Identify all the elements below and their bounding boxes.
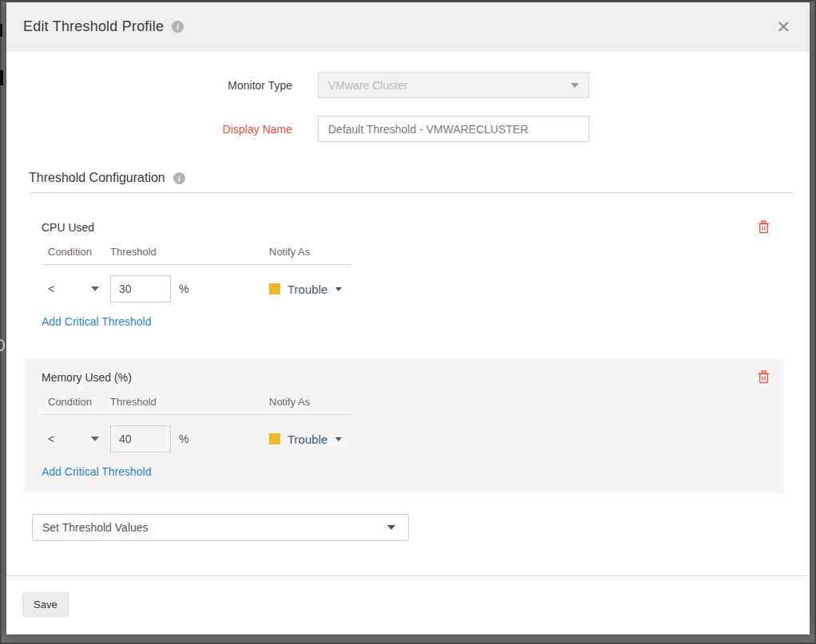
chevron-down-icon xyxy=(335,437,342,441)
threshold-value-input[interactable] xyxy=(110,275,171,302)
threshold-column-headers: Condition Threshold Notify As xyxy=(42,396,351,415)
threshold-value-cell: % xyxy=(110,425,269,452)
dialog-footer: Save xyxy=(6,575,810,634)
display-name-row: Display Name xyxy=(22,116,794,142)
condition-selected-value: < xyxy=(48,282,54,295)
metric-title: CPU Used xyxy=(42,221,766,234)
threshold-value-input[interactable] xyxy=(110,425,171,452)
save-button[interactable]: Save xyxy=(22,592,69,617)
chevron-down-icon xyxy=(571,83,579,88)
display-name-label: Display Name xyxy=(22,123,318,136)
dialog-header: Edit Threshold Profile i ✕ xyxy=(6,2,810,51)
notify-as-select[interactable]: Trouble xyxy=(269,282,342,296)
notify-as-select[interactable]: Trouble xyxy=(269,433,342,446)
close-icon[interactable]: ✕ xyxy=(776,18,790,35)
condition-column-header: Condition xyxy=(42,396,110,408)
background-page-remnant xyxy=(0,70,3,85)
threshold-card-memory-used: Memory Used (%) Condition Threshold Noti… xyxy=(24,359,784,493)
dialog-title: Edit Threshold Profile xyxy=(23,18,164,35)
threshold-mode-select[interactable]: Set Threshold Values xyxy=(32,514,409,541)
trash-icon xyxy=(758,370,770,384)
threshold-row: < % Trouble xyxy=(42,275,766,302)
chevron-down-icon xyxy=(387,525,395,530)
threshold-configuration-heading: Threshold Configuration i xyxy=(22,171,794,185)
threshold-column-header: Threshold xyxy=(110,396,269,408)
trash-icon xyxy=(758,220,770,234)
monitor-type-label: Monitor Type xyxy=(22,79,318,92)
display-name-input[interactable] xyxy=(318,116,589,142)
background-page-remnant xyxy=(0,24,2,37)
trouble-severity-swatch xyxy=(269,283,280,294)
add-critical-threshold-link[interactable]: Add Critical Threshold xyxy=(42,465,151,478)
unit-label: % xyxy=(179,433,188,445)
threshold-column-header: Threshold xyxy=(110,246,269,258)
info-icon[interactable]: i xyxy=(172,21,184,33)
chevron-down-icon xyxy=(91,437,99,441)
condition-column-header: Condition xyxy=(42,246,110,258)
edit-threshold-profile-dialog: Edit Threshold Profile i ✕ Monitor Type … xyxy=(6,2,810,634)
monitor-type-selected-value: VMware Cluster xyxy=(328,79,408,92)
threshold-card-cpu-used: CPU Used Condition Threshold Notify As <… xyxy=(24,209,784,343)
trouble-severity-swatch xyxy=(269,433,280,444)
monitor-type-select[interactable]: VMware Cluster xyxy=(318,72,589,98)
section-divider xyxy=(29,192,794,193)
condition-select[interactable]: < xyxy=(42,433,110,445)
add-critical-threshold-link[interactable]: Add Critical Threshold xyxy=(42,315,151,328)
notify-as-column-header: Notify As xyxy=(269,396,351,408)
delete-threshold-icon[interactable] xyxy=(758,370,770,384)
notify-as-selected-value: Trouble xyxy=(287,282,327,296)
dialog-body: Monitor Type VMware Cluster Display Name… xyxy=(6,51,810,548)
threshold-value-cell: % xyxy=(110,275,269,302)
unit-label: % xyxy=(179,282,188,295)
threshold-column-headers: Condition Threshold Notify As xyxy=(42,246,351,265)
chevron-down-icon xyxy=(335,287,342,291)
delete-threshold-icon[interactable] xyxy=(758,220,770,234)
notify-as-selected-value: Trouble xyxy=(287,433,327,446)
condition-select[interactable]: < xyxy=(42,282,110,295)
threshold-row: < % Trouble xyxy=(42,425,766,452)
chevron-down-icon xyxy=(91,286,99,291)
section-title: Threshold Configuration xyxy=(29,171,165,185)
notify-as-column-header: Notify As xyxy=(269,246,351,258)
condition-selected-value: < xyxy=(48,433,54,445)
metric-title: Memory Used (%) xyxy=(42,371,766,384)
info-icon[interactable]: i xyxy=(173,172,185,184)
threshold-mode-selected-value: Set Threshold Values xyxy=(42,521,149,534)
monitor-type-row: Monitor Type VMware Cluster xyxy=(22,72,794,98)
